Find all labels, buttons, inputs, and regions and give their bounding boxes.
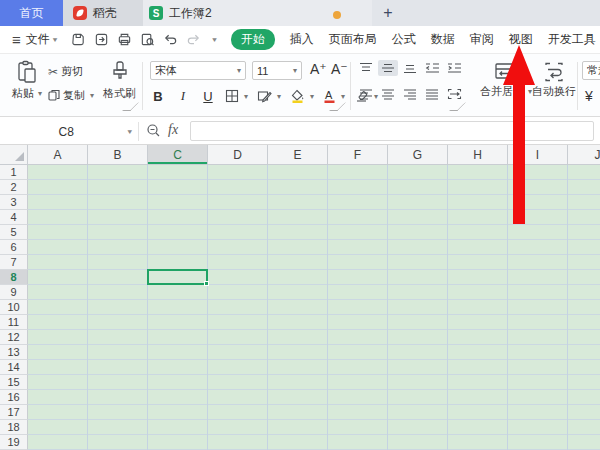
- column-header-G[interactable]: G: [388, 145, 448, 165]
- merge-center-button[interactable]: 合并居中▾: [480, 60, 532, 99]
- menu-item-开发工具[interactable]: 开发工具: [548, 31, 596, 48]
- align-bottom-icon[interactable]: [400, 60, 420, 76]
- name-box-dropdown-icon[interactable]: ▾: [127, 128, 132, 136]
- italic-button[interactable]: I: [175, 88, 191, 104]
- row-header-9[interactable]: 9: [0, 285, 28, 300]
- row-header-7[interactable]: 7: [0, 255, 28, 270]
- currency-format-button[interactable]: ¥: [585, 88, 593, 104]
- underline-button[interactable]: U: [200, 89, 216, 104]
- spreadsheet-app-icon: S: [149, 6, 163, 20]
- row-header-15[interactable]: 15: [0, 375, 28, 390]
- grow-font-button[interactable]: A⁺: [310, 61, 327, 77]
- divider: [138, 122, 139, 141]
- paste-button[interactable]: 粘贴▾: [12, 60, 42, 101]
- row-header-3[interactable]: 3: [0, 195, 28, 210]
- clipboard-group-expander[interactable]: [128, 104, 135, 111]
- align-middle-icon[interactable]: [378, 60, 398, 76]
- export-icon[interactable]: [94, 32, 109, 47]
- justify-icon[interactable]: [422, 86, 442, 102]
- column-header-J[interactable]: J: [568, 145, 600, 165]
- row-header-12[interactable]: 12: [0, 330, 28, 345]
- wps-spreadsheet-window: 首页 稻壳 S 工作簿2 + ≡ 文件 ▾: [0, 0, 600, 450]
- row-header-8[interactable]: 8: [0, 270, 28, 285]
- row-header-13[interactable]: 13: [0, 345, 28, 360]
- row-header-2[interactable]: 2: [0, 180, 28, 195]
- formula-input[interactable]: [190, 121, 594, 141]
- row-headers: 12345678910111213141516171819: [0, 165, 28, 450]
- row-header-19[interactable]: 19: [0, 435, 28, 450]
- format-painter-button[interactable]: 格式刷: [103, 60, 136, 101]
- column-header-C[interactable]: C: [148, 145, 208, 165]
- row-header-14[interactable]: 14: [0, 360, 28, 375]
- column-header-I[interactable]: I: [508, 145, 568, 165]
- row-header-17[interactable]: 17: [0, 405, 28, 420]
- select-all-corner[interactable]: [0, 145, 28, 165]
- wrap-text-button[interactable]: 自动换行: [532, 60, 576, 99]
- print-icon[interactable]: [117, 32, 132, 47]
- zoom-out-icon[interactable]: [146, 123, 162, 143]
- row-header-6[interactable]: 6: [0, 240, 28, 255]
- hamburger-icon[interactable]: ≡: [12, 31, 21, 48]
- font-color-button[interactable]: A ▾: [323, 89, 345, 103]
- row-header-11[interactable]: 11: [0, 315, 28, 330]
- undo-icon[interactable]: [163, 32, 178, 47]
- align-center-icon[interactable]: [378, 86, 398, 102]
- menu-item-视图[interactable]: 视图: [509, 31, 533, 48]
- column-header-H[interactable]: H: [448, 145, 508, 165]
- menu-item-审阅[interactable]: 审阅: [470, 31, 494, 48]
- number-format-combo[interactable]: 常规: [582, 61, 600, 80]
- row-header-5[interactable]: 5: [0, 225, 28, 240]
- menu-item-公式[interactable]: 公式: [392, 31, 416, 48]
- column-header-A[interactable]: A: [28, 145, 88, 165]
- file-chevron-icon[interactable]: ▾: [53, 36, 58, 44]
- shrink-font-button[interactable]: A⁻: [331, 61, 348, 77]
- cut-button[interactable]: ✂ 剪切: [48, 64, 83, 79]
- unsaved-indicator-dot: [333, 11, 341, 19]
- row-header-10[interactable]: 10: [0, 300, 28, 315]
- menu-item-页面布局[interactable]: 页面布局: [329, 31, 377, 48]
- row-header-18[interactable]: 18: [0, 420, 28, 435]
- column-header-B[interactable]: B: [88, 145, 148, 165]
- save-icon[interactable]: [71, 32, 86, 47]
- fill-color-button[interactable]: ▾: [290, 89, 314, 103]
- row-header-16[interactable]: 16: [0, 390, 28, 405]
- docer-icon: [73, 6, 87, 20]
- align-left-icon[interactable]: [356, 86, 376, 102]
- text-orientation-icon[interactable]: [444, 86, 464, 102]
- cell-area[interactable]: [28, 165, 600, 450]
- cell-style-button[interactable]: ▾: [257, 89, 281, 103]
- file-menu[interactable]: 文件: [26, 31, 50, 48]
- increase-indent-icon[interactable]: [444, 60, 464, 76]
- fill-handle[interactable]: [204, 281, 209, 286]
- copy-button[interactable]: 复制▾: [48, 88, 94, 103]
- name-box[interactable]: C8 ▾: [8, 121, 132, 142]
- font-size-combo[interactable]: 11▾: [252, 61, 302, 80]
- column-header-D[interactable]: D: [208, 145, 268, 165]
- print-preview-icon[interactable]: [140, 32, 155, 47]
- column-header-E[interactable]: E: [268, 145, 328, 165]
- scissors-icon: ✂: [48, 65, 58, 79]
- menu-item-开始[interactable]: 开始: [231, 29, 275, 50]
- group-divider: [350, 62, 351, 110]
- menu-item-数据[interactable]: 数据: [431, 31, 455, 48]
- menu-item-插入[interactable]: 插入: [290, 31, 314, 48]
- font-family-combo[interactable]: 宋体▾: [150, 61, 246, 80]
- tab-strip-empty: [372, 0, 600, 26]
- align-group-expander[interactable]: [455, 104, 462, 111]
- fx-icon[interactable]: fx: [168, 122, 178, 138]
- row-header-4[interactable]: 4: [0, 210, 28, 225]
- align-right-icon[interactable]: [400, 86, 420, 102]
- align-top-icon[interactable]: [356, 60, 376, 76]
- bold-button[interactable]: B: [150, 89, 166, 104]
- tab-docer[interactable]: 稻壳: [63, 0, 141, 26]
- font-group-expander[interactable]: [335, 104, 342, 111]
- column-header-F[interactable]: F: [328, 145, 388, 165]
- tab-home[interactable]: 首页: [0, 0, 63, 26]
- borders-button[interactable]: ▾: [225, 89, 248, 103]
- redo-icon[interactable]: [186, 32, 201, 47]
- row-header-1[interactable]: 1: [0, 165, 28, 180]
- new-tab-button[interactable]: +: [377, 1, 399, 25]
- selected-cell-C8[interactable]: [147, 269, 208, 285]
- decrease-indent-icon[interactable]: [422, 60, 442, 76]
- qat-chevron-icon[interactable]: ▾: [212, 36, 217, 44]
